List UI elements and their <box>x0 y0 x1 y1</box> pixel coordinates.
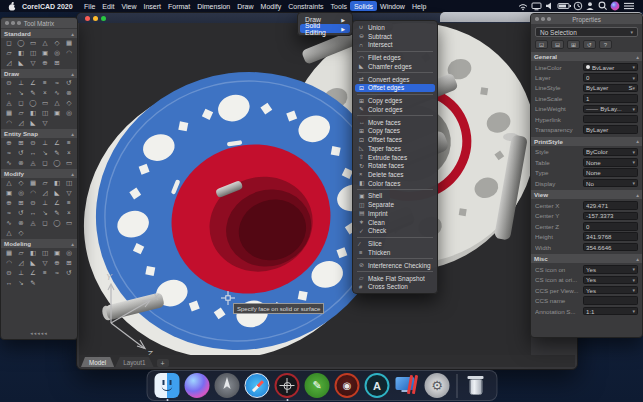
submenu-item-rotate-faces[interactable]: ↻Rotate faces <box>355 161 435 170</box>
tool-icon[interactable]: ⊥ <box>39 198 51 208</box>
tool-icon[interactable]: ◫ <box>39 248 51 258</box>
tool-icon[interactable]: ▽ <box>39 258 51 268</box>
submenu-item-cross-section[interactable]: #Cross Section <box>355 282 435 291</box>
tool-icon[interactable]: ⊞ <box>15 138 27 148</box>
selection-dropdown[interactable]: No Selection ▾ <box>535 27 638 37</box>
tool-icon[interactable]: ◫ <box>39 108 51 118</box>
tool-icon[interactable]: ∠ <box>27 78 39 88</box>
properties-tool-icon-0[interactable]: ⊡ <box>535 40 548 49</box>
property-value-display[interactable]: No▾ <box>583 179 638 188</box>
clock-icon[interactable] <box>574 2 582 10</box>
submenu-item-thicken[interactable]: ≡Thicken <box>355 248 435 257</box>
tool-icon[interactable]: ↘ <box>39 148 51 158</box>
tool-icon[interactable]: ◠ <box>63 48 75 58</box>
tool-icon[interactable]: △ <box>3 178 15 188</box>
settings-icon[interactable]: ⚙ <box>425 373 450 398</box>
tool-icon[interactable]: ◇ <box>15 178 27 188</box>
tool-icon[interactable]: ∿ <box>51 88 63 98</box>
safari-icon[interactable] <box>245 373 270 398</box>
tool-icon[interactable]: ✎ <box>27 278 39 288</box>
property-value-table[interactable]: None▾ <box>583 158 638 167</box>
property-value-type[interactable]: None <box>583 168 638 177</box>
tool-icon[interactable]: ↘ <box>39 208 51 218</box>
tool-icon[interactable]: ◣ <box>27 118 39 128</box>
menu-insert[interactable]: Insert <box>140 1 165 11</box>
apple-menu-icon[interactable] <box>8 2 16 11</box>
battery-icon[interactable] <box>558 4 571 9</box>
tool-icon[interactable]: ⊙ <box>27 138 39 148</box>
tool-icon[interactable]: ✎ <box>51 208 63 218</box>
tool-icon[interactable]: × <box>39 88 51 98</box>
tool-icon[interactable]: ≡ <box>39 78 51 88</box>
tool-icon[interactable]: ⊥ <box>39 138 51 148</box>
tool-icon[interactable]: ◇ <box>63 98 75 108</box>
tool-icon[interactable]: ◬ <box>27 158 39 168</box>
tool-icon[interactable]: ▦ <box>27 178 39 188</box>
property-value-lineweight[interactable]: ——ByLay...▾ <box>583 105 638 114</box>
menu-draw[interactable]: Draw <box>234 1 257 11</box>
submenu-item-copy-edges[interactable]: ⊞Copy edges <box>355 96 435 105</box>
tool-icon[interactable]: ◯ <box>51 158 63 168</box>
property-value-height[interactable]: 341.9768 <box>583 232 638 241</box>
tool-icon[interactable]: ↺ <box>15 148 27 158</box>
tool-icon[interactable]: △ <box>51 98 63 108</box>
tool-icon[interactable]: × <box>63 148 75 158</box>
tool-icon[interactable]: ◻ <box>39 158 51 168</box>
submenu-item-subtract[interactable]: ⊖Subtract <box>355 32 435 41</box>
property-value-layer[interactable]: 0▾ <box>583 73 638 82</box>
pin-icon[interactable]: ▴ <box>71 171 74 177</box>
tool-icon[interactable]: ◠ <box>3 258 15 268</box>
tool-icon[interactable]: ▱ <box>39 178 51 188</box>
tool-icon[interactable]: ⊞ <box>63 258 75 268</box>
tool-icon[interactable]: ∿ <box>3 218 15 228</box>
property-value-hyperlink[interactable] <box>583 115 638 124</box>
properties-tool-icon-3[interactable]: ↺ <box>583 40 596 49</box>
dock-safari[interactable] <box>245 373 270 398</box>
tool-icon[interactable]: △ <box>39 38 51 48</box>
tool-icon[interactable]: ▭ <box>63 218 75 228</box>
menu-window[interactable]: Window <box>377 1 409 11</box>
tool-icon[interactable]: ▽ <box>39 118 51 128</box>
tool-icon[interactable]: ⊞ <box>51 58 63 68</box>
trash-icon[interactable] <box>464 373 489 398</box>
property-value-linecolor[interactable]: ByLayer▾ <box>583 63 638 72</box>
tool-icon[interactable]: ⊙ <box>3 268 15 278</box>
tool-icon[interactable]: ▭ <box>39 98 51 108</box>
tool-icon[interactable]: ◻ <box>39 218 51 228</box>
tool-icon[interactable]: × <box>63 208 75 218</box>
tool-icon[interactable]: ◇ <box>15 228 27 238</box>
photo-icon[interactable]: ◉ <box>335 373 360 398</box>
tool-icon[interactable]: ▣ <box>51 108 63 118</box>
tool-icon[interactable]: ◣ <box>15 58 27 68</box>
tool-icon[interactable]: ▣ <box>3 188 15 198</box>
tool-icon[interactable]: ◯ <box>15 38 27 48</box>
property-value-center-x[interactable]: 429.471 <box>583 201 638 210</box>
parallels-icon[interactable] <box>395 373 420 398</box>
submenu-item-shell[interactable]: ▣Shell <box>355 192 435 201</box>
tool-icon[interactable]: ◫ <box>63 178 75 188</box>
dock-siri[interactable] <box>185 373 210 398</box>
tool-icon[interactable]: ▱ <box>3 48 15 58</box>
submenu-item-color-faces[interactable]: ◧Color faces <box>355 179 435 188</box>
tool-icon[interactable]: ⊥ <box>15 78 27 88</box>
menu-modify[interactable]: Modify <box>257 1 285 11</box>
tool-icon[interactable]: ⊙ <box>27 198 39 208</box>
tool-icon[interactable]: ◻ <box>15 98 27 108</box>
tool-icon[interactable]: ◿ <box>15 118 27 128</box>
tool-icon[interactable]: ▦ <box>3 248 15 258</box>
tool-icon[interactable]: ◣ <box>51 188 63 198</box>
pin-icon[interactable]: ▴ <box>636 54 639 60</box>
list-icon[interactable] <box>624 3 634 8</box>
property-value-ccs-name[interactable] <box>583 296 638 305</box>
pin-icon[interactable]: ▴ <box>636 192 639 198</box>
app-menu-title[interactable]: CorelCAD 2020 <box>22 3 73 10</box>
tool-icon[interactable]: ↺ <box>63 78 75 88</box>
submenu-item-convert-edges[interactable]: ⇄Convert edges <box>355 75 435 84</box>
tool-icon[interactable]: △ <box>3 228 15 238</box>
dock-settings[interactable]: ⚙ <box>425 373 450 398</box>
tool-icon[interactable]: ∠ <box>27 268 39 278</box>
property-value-linescale[interactable]: 1 <box>583 94 638 103</box>
property-value-width[interactable]: 354.6646 <box>583 243 638 252</box>
tool-icon[interactable]: ▱ <box>15 248 27 258</box>
submenu-item-make-flat-snapshot[interactable]: ▱Make Flat Snapshot <box>355 274 435 283</box>
